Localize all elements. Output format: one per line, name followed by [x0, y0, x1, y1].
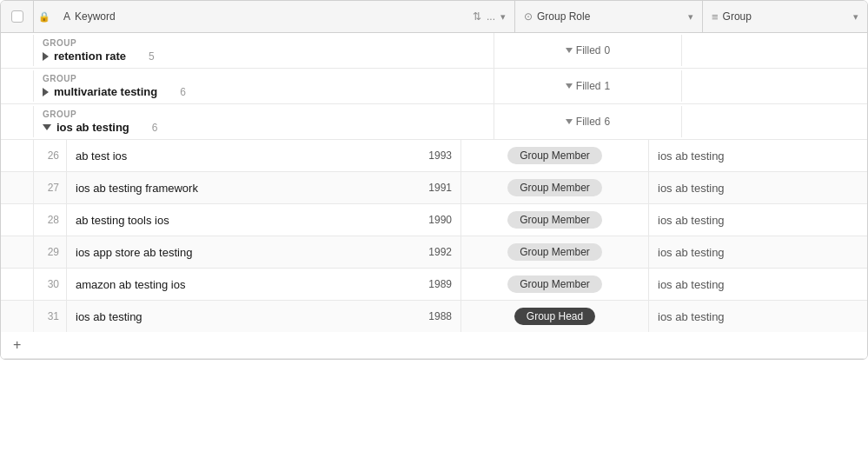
group-row-ios-ab-testing: GROUP ios ab testing 6 Filled 6 — [1, 104, 867, 140]
group3-expand-icon[interactable] — [43, 124, 51, 130]
keyword-dropdown-icon[interactable]: ▾ — [500, 11, 506, 23]
add-icon[interactable]: + — [13, 337, 21, 353]
row-group-30: ios ab testing — [649, 269, 867, 300]
table-row: 31 ios ab testing 1988 Group Head ios ab… — [1, 301, 867, 332]
group2-filled-label: Filled — [576, 80, 601, 92]
row-num-29: 29 — [34, 236, 67, 268]
row-keyword-30: amazon ab testing ios 1989 — [67, 269, 461, 300]
row-keyword-27: ios ab testing framework 1991 — [67, 172, 461, 203]
group-row-retention-rate: GROUP retention rate 5 Filled 0 — [1, 33, 867, 69]
row-group-28: ios ab testing — [649, 204, 867, 236]
table-row: 29 ios app store ab testing 1992 Group M… — [1, 236, 867, 269]
row-grouprole-31: Group Head — [461, 301, 649, 332]
row-check-29 — [1, 236, 34, 268]
group2-label: GROUP — [43, 74, 76, 83]
keyword-col-label: Keyword — [75, 10, 116, 23]
row-num-30: 30 — [34, 269, 67, 300]
group-col-label: Group — [723, 10, 752, 23]
group3-label: GROUP — [43, 110, 76, 119]
group2-grouprole: Filled 1 — [494, 70, 682, 102]
row-num-28: 28 — [34, 204, 67, 236]
group1-name: retention rate — [54, 50, 126, 63]
select-all-checkbox[interactable] — [11, 10, 23, 23]
row-check-26 — [1, 140, 34, 171]
role-badge-29: Group Member — [507, 243, 602, 261]
grouprole-col-label: Group Role — [537, 10, 590, 23]
group1-group — [682, 35, 867, 66]
row-grouprole-27: Group Member — [461, 172, 649, 203]
group3-grouprole: Filled 6 — [494, 106, 682, 137]
group2-keyword-cell: GROUP multivariate testing 6 — [34, 69, 494, 103]
group1-expand-icon[interactable] — [43, 52, 49, 61]
expanded-rows: 26 ab test ios 1993 Group Member ios ab … — [1, 140, 867, 332]
row-check-28 — [1, 204, 34, 236]
group1-label: GROUP — [43, 38, 76, 48]
table-row: 27 ios ab testing framework 1991 Group M… — [1, 172, 867, 204]
add-row[interactable]: + — [1, 332, 867, 359]
header-group[interactable]: ≡ Group ▾ — [703, 1, 867, 32]
row-keyword-31: ios ab testing 1988 — [67, 301, 461, 332]
grouprole-icon: ⊙ — [524, 10, 533, 23]
group3-filled-count: 6 — [605, 116, 611, 128]
row-grouprole-28: Group Member — [461, 204, 649, 236]
main-table: 🔒 A Keyword ⇅ ... ▾ ⊙ Group Role ▾ ≡ Gro… — [0, 0, 868, 360]
grouprole-dropdown-icon[interactable]: ▾ — [688, 11, 693, 22]
group2-name: multivariate testing — [54, 85, 157, 98]
group3-keyword-cell: GROUP ios ab testing 6 — [34, 104, 494, 139]
group-row-multivariate-testing: GROUP multivariate testing 6 Filled 1 — [1, 69, 867, 104]
group-dropdown-icon[interactable]: ▾ — [853, 11, 858, 22]
group3-name: ios ab testing — [56, 121, 129, 134]
group3-filled-icon — [566, 119, 573, 124]
group1-filled-count: 0 — [605, 44, 611, 56]
header-lock-cell: 🔒 — [34, 1, 55, 32]
row-grouprole-30: Group Member — [461, 269, 649, 300]
row-grouprole-29: Group Member — [461, 236, 649, 268]
group2-filled-icon — [566, 83, 573, 89]
group1-filled-label: Filled — [576, 44, 601, 56]
row-check-31 — [1, 301, 34, 332]
row-num-26: 26 — [34, 140, 67, 171]
row-group-26: ios ab testing — [649, 140, 867, 171]
row-keyword-29: ios app store ab testing 1992 — [67, 236, 461, 268]
more-icon[interactable]: ... — [487, 10, 495, 23]
group3-count: 6 — [152, 122, 158, 134]
table-row: 28 ab testing tools ios 1990 Group Membe… — [1, 204, 867, 236]
group-icon: ≡ — [712, 10, 719, 23]
row-num-27: 27 — [34, 172, 67, 203]
group2-count: 6 — [180, 86, 186, 98]
group2-expand-icon[interactable] — [43, 88, 49, 96]
row-group-27: ios ab testing — [649, 172, 867, 203]
row-group-29: ios ab testing — [649, 236, 867, 268]
group3-filled-label: Filled — [576, 116, 601, 128]
lock-icon: 🔒 — [38, 11, 50, 23]
group1-check — [1, 35, 34, 66]
table-row: 30 amazon ab testing ios 1989 Group Memb… — [1, 269, 867, 301]
row-group-31: ios ab testing — [649, 301, 867, 332]
group1-count: 5 — [149, 50, 155, 63]
row-grouprole-26: Group Member — [461, 140, 649, 171]
role-badge-27: Group Member — [507, 179, 602, 196]
header-grouprole[interactable]: ⊙ Group Role ▾ — [515, 1, 703, 32]
row-keyword-28: ab testing tools ios 1990 — [67, 204, 461, 236]
row-keyword-26: ab test ios 1993 — [67, 140, 461, 171]
group1-grouprole: Filled 0 — [494, 35, 682, 66]
group2-check — [1, 70, 34, 102]
group3-group — [682, 106, 867, 137]
group1-keyword-cell: GROUP retention rate 5 — [34, 33, 494, 68]
role-badge-28: Group Member — [507, 211, 602, 229]
group3-check — [1, 106, 34, 137]
role-badge-31: Group Head — [514, 308, 595, 325]
table-header: 🔒 A Keyword ⇅ ... ▾ ⊙ Group Role ▾ ≡ Gro… — [1, 1, 867, 33]
keyword-col-type-icon: A — [63, 10, 70, 23]
group2-group — [682, 70, 867, 102]
row-num-31: 31 — [34, 301, 67, 332]
role-badge-26: Group Member — [507, 147, 602, 164]
header-checkbox-cell — [1, 1, 34, 32]
group2-filled-count: 1 — [605, 80, 611, 92]
header-keyword[interactable]: A Keyword ⇅ ... ▾ — [55, 1, 515, 32]
table-row: 26 ab test ios 1993 Group Member ios ab … — [1, 140, 867, 172]
group1-filled-icon — [566, 48, 573, 53]
row-check-27 — [1, 172, 34, 203]
row-check-30 — [1, 269, 34, 300]
sort-icon[interactable]: ⇅ — [473, 10, 481, 23]
